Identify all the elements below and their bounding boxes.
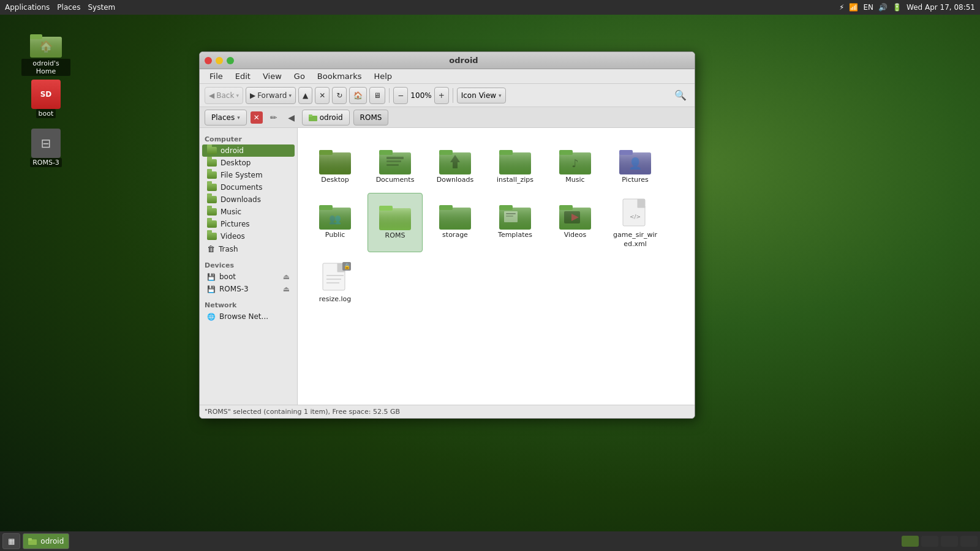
zoom-in-button[interactable]: + [434, 87, 449, 104]
file-item-storage[interactable]: storage [428, 193, 483, 252]
file-item-pictures[interactable]: 👤 Pictures [608, 138, 663, 188]
file-manager-window: odroid File Edit View Go Bookmarks Help … [199, 51, 695, 419]
places-menu[interactable]: Places [57, 3, 80, 12]
eject-roms3-button[interactable]: ⏏ [283, 285, 290, 293]
places-dropdown-icon: ▾ [237, 114, 240, 121]
file-item-videos[interactable]: Videos [548, 193, 603, 252]
odroid-taskbar-button[interactable]: odroid [23, 533, 69, 549]
svg-rect-62 [28, 538, 32, 541]
svg-rect-10 [379, 152, 411, 174]
file-item-templates[interactable]: Templates [488, 193, 543, 252]
workspace-2[interactable] [921, 536, 938, 547]
prev-location-button[interactable]: ◀ [285, 111, 298, 124]
forward-button[interactable]: ▶ Forward ▾ [246, 87, 296, 104]
sidebar-item-music[interactable]: Music [202, 206, 295, 218]
breadcrumb-odroid[interactable]: odroid [302, 110, 350, 126]
zoom-display: 100% [410, 91, 431, 100]
maximize-button[interactable] [227, 57, 234, 64]
file-item-music[interactable]: ♪ Music [548, 138, 603, 188]
svg-rect-28 [619, 150, 633, 155]
menu-help[interactable]: Help [369, 70, 397, 82]
computer-button[interactable]: 🖥 [369, 87, 385, 104]
close-location-button[interactable]: ✕ [251, 111, 263, 124]
back-button[interactable]: ◀ Back ▾ [205, 87, 243, 104]
applications-menu[interactable]: Applications [5, 3, 50, 12]
sidebar-item-boot[interactable]: 💾 boot ⏏ [202, 271, 295, 283]
folder-icon-music: ♪ [558, 141, 592, 176]
file-item-game-sir-xml[interactable]: </> game_sir_wired.xml [608, 193, 663, 252]
file-item-public[interactable]: 👥 Public [307, 193, 363, 252]
eject-boot-button[interactable]: ⏏ [283, 272, 290, 281]
places-dropdown[interactable]: Places ▾ [205, 110, 247, 126]
sidebar-item-filesystem[interactable]: File System [202, 169, 295, 181]
minimize-button[interactable] [216, 57, 223, 64]
sidebar-label-odroid: odroid [221, 146, 244, 155]
forward-label: Forward [257, 91, 287, 100]
folder-icon-pictures: 👤 [618, 141, 652, 176]
sidebar-folder-icon-filesystem [207, 171, 217, 179]
desktop: Applications Places System ⚡ 📶 EN 🔊 🔋 We… [0, 0, 980, 551]
back-label: Back [216, 91, 234, 100]
file-item-resize-log[interactable]: 🔒 resize.log [307, 257, 363, 307]
file-label-music: Music [565, 176, 584, 184]
desktop-icon-roms3[interactable]: ⊟ ROMS-3 [21, 129, 70, 167]
locationbar: Places ▾ ✕ ✏ ◀ odroid ROMS [200, 107, 695, 128]
workspace-3[interactable] [941, 536, 958, 547]
places-label: Places [211, 113, 235, 122]
view-mode-select[interactable]: Icon View ▾ [457, 88, 506, 103]
svg-text:</>: </> [630, 214, 641, 220]
sidebar-label-browse-network: Browse Net... [219, 312, 268, 321]
sd-icon-sidebar: 💾 [207, 273, 216, 281]
sidebar-item-roms3[interactable]: 💾 ROMS-3 ⏏ [202, 283, 295, 295]
file-item-desktop[interactable]: Desktop [307, 138, 363, 188]
sidebar-item-desktop[interactable]: Desktop [202, 157, 295, 169]
workspace-4[interactable] [960, 536, 978, 547]
file-item-install-zips[interactable]: install_zips [488, 138, 543, 188]
menu-file[interactable]: File [205, 70, 228, 82]
home-button[interactable]: 🏠 [349, 87, 367, 104]
stop-button[interactable]: ✕ [315, 87, 330, 104]
toolbar: ◀ Back ▾ ▶ Forward ▾ ▲ ✕ ↻ 🏠 🖥 [200, 84, 695, 107]
folder-icon-install-zips [498, 141, 532, 176]
svg-rect-17 [439, 150, 453, 155]
desktop-icon-home[interactable]: 🏠 odroid's Home [21, 24, 70, 76]
sidebar-item-browse-network[interactable]: 🌐 Browse Net... [202, 310, 295, 323]
svg-rect-39 [439, 205, 453, 210]
sidebar-item-trash[interactable]: 🗑 Trash [202, 242, 295, 255]
folder-icon-roms [378, 197, 412, 231]
menu-go[interactable]: Go [289, 70, 310, 82]
breadcrumb-roms[interactable]: ROMS [353, 110, 389, 126]
menu-view[interactable]: View [258, 70, 287, 82]
close-button[interactable] [205, 57, 212, 64]
sidebar-item-odroid[interactable]: odroid [202, 144, 295, 157]
menu-bookmarks[interactable]: Bookmarks [312, 70, 367, 82]
back-arrow-icon: ◀ [209, 91, 214, 100]
svg-rect-8 [319, 150, 333, 155]
zoom-out-button[interactable]: − [393, 87, 408, 104]
file-item-documents[interactable]: Documents [368, 138, 423, 188]
computer-icon: 🖥 [374, 91, 381, 100]
sidebar-label-downloads: Downloads [221, 195, 261, 204]
workspace-1[interactable] [902, 536, 919, 547]
show-desktop-button[interactable]: ▦ [2, 533, 20, 549]
zoom-out-icon: − [398, 91, 404, 100]
sidebar-label-videos: Videos [221, 232, 245, 241]
edit-location-button[interactable]: ✏ [266, 110, 281, 125]
search-button[interactable]: 🔍 [671, 87, 690, 104]
menu-edit[interactable]: Edit [230, 70, 255, 82]
sidebar-item-videos[interactable]: Videos [202, 230, 295, 242]
file-item-downloads[interactable]: Downloads [428, 138, 483, 188]
reload-button[interactable]: ↻ [332, 87, 347, 104]
sidebar-item-downloads[interactable]: Downloads [202, 193, 295, 206]
sidebar-section-devices: Devices [200, 259, 297, 271]
file-label-public: Public [325, 231, 345, 239]
up-button[interactable]: ▲ [298, 87, 312, 104]
sidebar-item-pictures[interactable]: Pictures [202, 218, 295, 230]
bluetooth-icon: ⚡ [839, 3, 844, 12]
sidebar-item-documents[interactable]: Documents [202, 181, 295, 193]
system-menu[interactable]: System [88, 3, 115, 12]
desktop-icon-boot[interactable]: SD boot [21, 80, 70, 118]
folder-icon-storage [438, 197, 472, 231]
svg-rect-36 [379, 206, 393, 211]
file-item-roms[interactable]: ROMS [368, 193, 423, 252]
